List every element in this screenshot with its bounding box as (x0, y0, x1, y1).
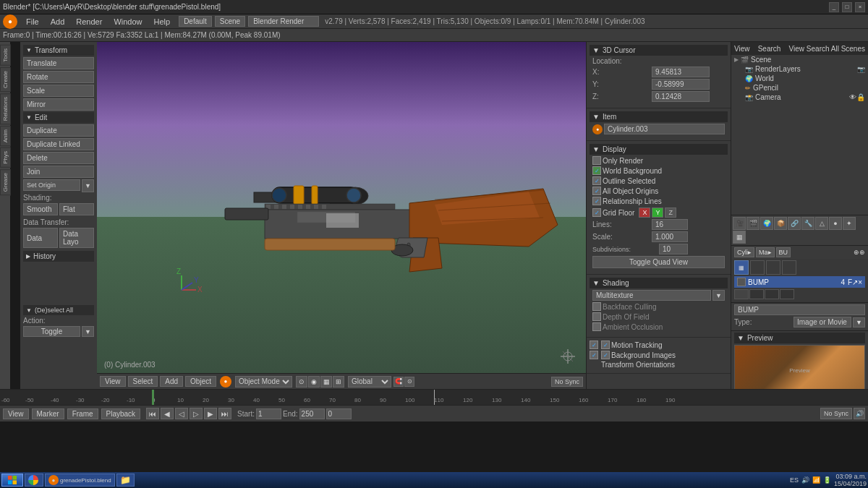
breadcrumb-bu[interactable]: BU (776, 247, 791, 257)
playback-btn[interactable]: Playback (101, 408, 141, 419)
shading-mode[interactable]: Multitexture (592, 290, 711, 301)
outliner-gpencil[interactable]: ✏ GPencil (731, 83, 868, 93)
minimize-button[interactable]: _ (829, 2, 839, 12)
engine-selector[interactable]: Blender Render (248, 16, 319, 27)
tex-row-3[interactable] (765, 289, 779, 299)
tab-create[interactable]: Create (0, 67, 11, 92)
prev-frame-button[interactable]: ◀ (161, 408, 174, 419)
rotate-button[interactable]: Rotate (23, 71, 94, 83)
marker-btn[interactable]: Marker (32, 408, 64, 419)
shading-header[interactable]: ▼Shading (590, 278, 728, 288)
scale-button[interactable]: Scale (23, 85, 94, 97)
motion-tracking-check[interactable] (590, 341, 598, 349)
window-controls[interactable]: _ □ × (829, 2, 865, 12)
tab-grease[interactable]: Grease (0, 169, 11, 195)
edit-header[interactable]: ▼ Edit (23, 112, 94, 123)
view-btn[interactable]: View (734, 45, 750, 53)
tex-row-1[interactable] (734, 289, 749, 299)
breadcrumb-ma[interactable]: Ma▸ (756, 247, 775, 257)
no-sync-btn[interactable]: No Sync (820, 408, 852, 419)
outliner-scene[interactable]: ▶ 🎬 Scene (731, 55, 868, 64)
maximize-button[interactable]: □ (842, 2, 852, 12)
action-menu[interactable]: ▼ (82, 326, 94, 337)
pivot-selector[interactable]: Global (348, 376, 391, 388)
texture-icon[interactable]: ▦ (733, 231, 746, 244)
menu-render[interactable]: Render (70, 16, 108, 27)
viewport-icon-3[interactable]: ▦ (320, 376, 332, 388)
history-header[interactable]: ▶ History (23, 251, 94, 262)
timeline-ruler[interactable]: -60 -50 -40 -30 -20 -10 0 10 20 30 40 50… (0, 390, 868, 406)
frame-btn[interactable]: Frame (67, 408, 98, 419)
constraint-icon[interactable]: 🔗 (788, 217, 801, 230)
duplicate-linked-button[interactable]: Duplicate Linked (23, 138, 94, 150)
translate-button[interactable]: Translate (23, 57, 94, 69)
play-reverse-button[interactable]: ◁ (175, 408, 188, 419)
view-timeline-btn[interactable]: View (3, 408, 29, 419)
set-origin-menu[interactable]: ▼ (82, 179, 94, 192)
z-axis-button[interactable]: Z (665, 207, 676, 218)
tex-row-4[interactable] (780, 289, 794, 299)
object-menu[interactable]: Object (185, 376, 216, 387)
particle-icon[interactable]: ✦ (843, 217, 856, 230)
toggle-quad-button[interactable]: Toggle Quad View (592, 256, 725, 268)
item-header[interactable]: ▼Item (590, 111, 728, 122)
viewport-icon-2[interactable]: ◉ (308, 376, 320, 388)
lines-value[interactable]: 16 (652, 219, 688, 230)
bump-expand-icon[interactable]: ↗ (852, 278, 858, 286)
y-axis-button[interactable]: Y (652, 207, 663, 218)
menu-window[interactable]: Window (108, 16, 148, 27)
start-frame-input[interactable] (256, 408, 281, 419)
viewport-icon-1[interactable]: ⊙ (296, 376, 307, 388)
z-value[interactable]: 0.12428 (652, 91, 710, 102)
outliner-camera[interactable]: 📸 Camera 👁🔒 (731, 93, 868, 102)
add-menu[interactable]: Add (160, 376, 183, 387)
blender-taskbar[interactable]: ● grenadePistol.blend (45, 474, 115, 487)
mode-icon[interactable]: ● (220, 376, 231, 388)
scene-icon[interactable]: 🎬 (746, 217, 760, 230)
set-origin-button[interactable]: Set Origin (23, 179, 80, 191)
select-menu[interactable]: Select (128, 376, 158, 387)
bg-images-check[interactable] (590, 351, 598, 359)
menu-add[interactable]: Add (45, 16, 71, 27)
display-header[interactable]: ▼Display (590, 144, 728, 155)
jump-end-button[interactable]: ⏭ (218, 408, 231, 419)
data-layo-button[interactable]: Data Layo (59, 228, 94, 248)
delete-button[interactable]: Delete (23, 152, 94, 164)
motion-tracking-sub-check[interactable] (601, 341, 610, 349)
nosync-button[interactable]: No Sync (551, 377, 583, 387)
prop-icons-extra[interactable]: ⊕⊕ (854, 249, 865, 256)
chrome-taskbar[interactable] (25, 474, 43, 487)
tab-tools[interactable]: Tools (0, 45, 11, 66)
flat-button[interactable]: Flat (59, 203, 94, 215)
duplicate-button[interactable]: Duplicate (23, 124, 94, 137)
object-icon[interactable]: 📦 (774, 217, 787, 230)
magnet-icon[interactable]: 🧲 (393, 377, 404, 387)
3d-cursor-header[interactable]: ▼3D Cursor (590, 45, 728, 56)
viewport-icon-4[interactable]: ⊞ (333, 376, 344, 388)
render-icon[interactable]: 🎥 (733, 217, 746, 230)
menu-file[interactable]: File (20, 16, 45, 27)
tab-relations[interactable]: Relations (0, 93, 11, 124)
tex-row-2[interactable] (749, 289, 764, 299)
deselect-header[interactable]: ▼ (De)select All (23, 305, 94, 315)
ao-check[interactable] (592, 322, 601, 331)
proportional-icon[interactable]: ⊙ (404, 377, 414, 387)
all-scenes-btn[interactable]: View Search All Scenes (789, 45, 865, 53)
layout-selector[interactable]: Default (179, 16, 212, 27)
texture-name-field[interactable]: BUMP (734, 304, 865, 315)
close-button[interactable]: × (855, 2, 865, 12)
jump-start-button[interactable]: ⏮ (146, 408, 159, 419)
tab-animation[interactable]: Anim (0, 126, 11, 146)
relationship-lines-check[interactable] (592, 197, 601, 205)
action-toggle[interactable]: Toggle (23, 326, 80, 337)
outliner-world[interactable]: 🌍 World (731, 74, 868, 83)
play-button[interactable]: ▷ (190, 408, 203, 419)
texture-slot-3[interactable] (766, 260, 780, 275)
transform-header[interactable]: ▼ Transform (23, 45, 94, 56)
mode-selector[interactable]: Object Mode (235, 376, 292, 388)
material-icon[interactable]: ● (829, 217, 842, 230)
x-axis-button[interactable]: X (639, 207, 650, 218)
explorer-taskbar[interactable]: 📁 (116, 474, 135, 487)
data-icon[interactable]: △ (815, 217, 828, 230)
start-button[interactable] (1, 474, 23, 487)
